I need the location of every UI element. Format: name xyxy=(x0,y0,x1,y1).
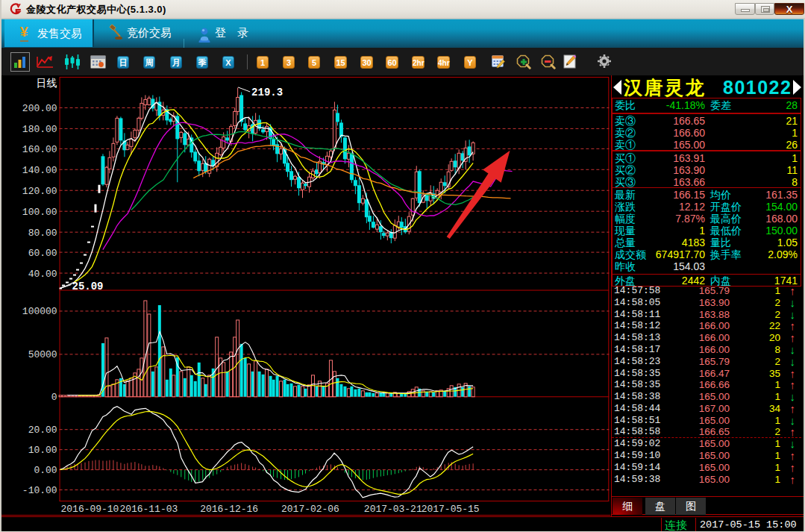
svg-text:10.00: 10.00 xyxy=(28,445,57,456)
svg-text:100000: 100000 xyxy=(22,306,57,317)
svg-text:160.00: 160.00 xyxy=(22,144,57,155)
svg-text:2017-02-06: 2017-02-06 xyxy=(281,504,339,515)
svg-text:40.00: 40.00 xyxy=(28,269,57,280)
svg-text:80.00: 80.00 xyxy=(28,228,57,239)
svg-text:219.3: 219.3 xyxy=(251,87,283,98)
svg-text:50000: 50000 xyxy=(28,349,57,360)
svg-text:2016-09-10: 2016-09-10 xyxy=(61,504,119,515)
svg-text:0.00: 0.00 xyxy=(34,465,57,476)
svg-text:2017-03-21: 2017-03-21 xyxy=(364,504,422,515)
svg-text:200.00: 200.00 xyxy=(22,103,57,114)
svg-text:日线: 日线 xyxy=(37,77,57,89)
svg-text:2016-11-03: 2016-11-03 xyxy=(119,504,178,515)
svg-text:20.00: 20.00 xyxy=(28,425,57,436)
svg-text:140.00: 140.00 xyxy=(22,165,57,176)
svg-text:180.00: 180.00 xyxy=(22,124,57,135)
svg-text:0: 0 xyxy=(51,392,57,403)
svg-text:-10.00: -10.00 xyxy=(22,485,57,496)
svg-text:60.00: 60.00 xyxy=(28,248,57,259)
svg-text:25.09: 25.09 xyxy=(72,281,104,293)
svg-text:120.00: 120.00 xyxy=(22,186,57,197)
svg-text:2016-12-16: 2016-12-16 xyxy=(200,504,258,515)
svg-text:2017-05-15: 2017-05-15 xyxy=(422,504,480,515)
svg-text:100.00: 100.00 xyxy=(22,207,57,218)
